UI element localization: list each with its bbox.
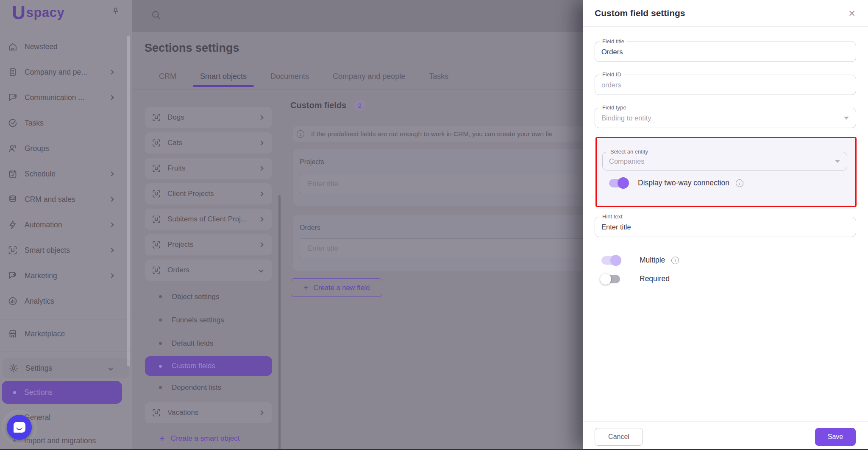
smart-objects-list: Dogs Cats Fruits Client Projects Subitem… [140,89,283,450]
custom-fields-panel: Custom fields 2 i If the predefined fiel… [283,89,583,450]
orders-child-funnels-settings[interactable]: Funnels settings [140,308,283,332]
smart-object-icon [152,164,161,173]
sidebar-item-tasks[interactable]: Tasks [0,113,132,133]
megaphone-icon [8,271,18,281]
chevron-right-icon [109,171,114,176]
orders-child-label: Custom fields [172,362,215,370]
sidebar-item-groups[interactable]: Groups [0,138,132,159]
chevron-right-icon [109,273,114,278]
bullet-icon [159,295,162,298]
smart-object-item-cats[interactable]: Cats [145,132,272,154]
hint-text-input[interactable]: Hint text Enter title [595,217,856,237]
count-badge: 2 [354,100,365,111]
create-smart-object-button[interactable]: + Create a smart object [159,428,283,449]
sidebar-item-communication[interactable]: Communication ... [0,87,132,108]
sidebar-divider [0,352,132,352]
create-new-field-button[interactable]: + Create a new field [291,278,382,297]
orders-child-label: Funnels settings [172,316,224,324]
smart-object-item-projects[interactable]: Projects [145,234,272,255]
sidebar-item-newsfeed[interactable]: Newsfeed [0,36,132,57]
sidebar-item-label: Tasks [25,119,44,128]
sidebar-item-label: Marketing [25,271,57,280]
panel-title: Custom fields [290,101,346,110]
orders-child-custom-fields-selected[interactable]: Custom fields [145,356,272,376]
content-area: Sections settings CRM Smart objects Docu… [132,32,583,450]
sidebar-item-smart-objects[interactable]: Smart objects [0,240,132,260]
tab-crm[interactable]: CRM [152,72,184,87]
sidebar-item-settings[interactable]: Settings [3,358,129,378]
bullet-icon [159,386,162,389]
dropdown-caret-icon [835,160,840,163]
database-icon [8,194,18,204]
field-id-input[interactable]: Field ID orders [595,75,856,95]
sidebar-item-company-and-people[interactable]: Company and pe... [0,62,132,82]
sidebar-item-label: Analytics [25,297,54,306]
smart-object-label: Dogs [167,113,184,122]
smart-object-item-fruits[interactable]: Fruits [145,158,272,179]
chevron-right-icon [109,70,114,74]
pin-sidebar-icon[interactable] [111,7,121,17]
smart-object-item-subitems[interactable]: Subitems of Client Proj... [145,209,272,230]
multiple-toggle[interactable] [601,256,620,265]
smart-object-item-orders-expanded[interactable]: Orders [145,260,272,281]
analytics-icon [8,296,18,306]
sidebar-scrollbar[interactable] [127,36,130,366]
field-card-label: Orders [300,224,320,232]
select-entity-label: Select an entity [608,148,650,155]
field-type-select[interactable]: Field type Binding to entity [595,108,856,128]
smart-object-icon [152,408,161,417]
sidebar-item-label: Communication ... [25,93,84,102]
chevron-right-icon [259,410,263,415]
required-label: Required [640,274,670,283]
orders-child-dependent-lists[interactable]: Dependent lists [140,376,283,399]
chevron-right-icon [259,191,263,196]
orders-child-object-settings[interactable]: Object settings [140,285,283,308]
chevron-right-icon [109,248,114,252]
home-icon [8,42,18,52]
chat-launcher-button[interactable] [7,415,32,440]
info-icon[interactable]: i [671,257,679,264]
create-new-field-label: Create a new field [313,284,370,292]
sidebar-item-analytics[interactable]: Analytics [0,291,132,311]
field-title-input[interactable]: Field title Orders [595,42,856,62]
save-button[interactable]: Save [815,428,856,446]
smart-object-item-dogs[interactable]: Dogs [145,107,272,128]
chevron-right-icon [259,242,263,247]
cancel-button[interactable]: Cancel [595,428,643,446]
sidebar-item-sections-selected[interactable]: Sections [2,381,122,404]
smart-object-icon [8,245,18,255]
sidebar-item-marketing[interactable]: Marketing [0,266,132,286]
info-icon[interactable]: i [736,179,743,187]
required-toggle[interactable] [601,275,620,283]
field-type-label: Field type [600,104,628,111]
main-sidebar: Uspacy Newsfeed Company and pe... Commun… [0,0,132,450]
chevron-right-icon [259,115,263,120]
smart-object-item-client-projects[interactable]: Client Projects [145,183,272,204]
subnav-scrollbar[interactable] [278,195,281,450]
tab-smart-objects[interactable]: Smart objects [193,72,254,87]
sidebar-item-marketplace[interactable]: Marketplace [0,324,132,344]
search-icon[interactable] [150,9,161,20]
check-circle-icon [8,118,18,128]
orders-child-default-fields[interactable]: Default fields [140,332,283,355]
drawer-header: Custom field settings [583,0,868,27]
sidebar-divider [0,319,132,319]
chevron-right-icon [109,95,114,100]
tab-company-and-people[interactable]: Company and people [326,72,412,87]
chevron-right-icon [259,140,263,145]
sidebar-item-label: Marketplace [25,330,65,338]
select-entity-select[interactable]: Select an entity Companies [602,152,847,170]
sidebar-item-schedule[interactable]: Schedule [0,164,132,184]
close-icon[interactable]: ✕ [846,8,858,20]
tab-documents[interactable]: Documents [263,72,316,87]
tab-tasks[interactable]: Tasks [422,72,456,87]
smart-object-item-vacations[interactable]: Vacations [145,402,272,423]
sidebar-item-crm-and-sales[interactable]: CRM and sales [0,189,132,210]
sidebar-item-label: Settings [25,364,52,373]
smart-object-label: Fruits [167,164,186,173]
two-way-connection-toggle[interactable] [609,179,628,187]
smart-object-label: Client Projects [167,190,214,198]
multiple-row: Multiple i [601,256,679,265]
sidebar-item-automation[interactable]: Automation [0,215,132,235]
chat-bubble-icon [14,422,25,433]
